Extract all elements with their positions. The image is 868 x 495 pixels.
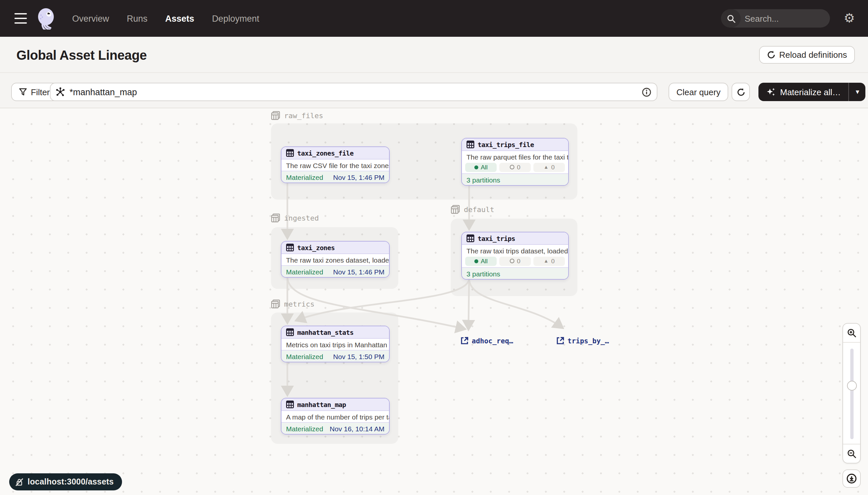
search-icon [721,9,741,28]
nav-links: Overview Runs Assets Deployment [72,0,259,37]
asset-description: Metrics on taxi trips in Manhattan [281,339,389,350]
reload-icon [767,51,775,59]
lineage-toolbar: Filter Clear query Materialize all… [0,73,868,108]
app-window: Overview Runs Assets Deployment / ⚙ Glob… [0,0,868,495]
asset-node-taxi-zones-file[interactable]: taxi_zones_file The raw CSV file for the… [281,147,390,183]
nav-item-deployment[interactable]: Deployment [212,14,259,23]
zoom-slider-handle[interactable] [847,381,857,391]
asset-node-taxi-zones[interactable]: taxi_zones The raw taxi zones dataset, l… [281,241,390,278]
download-image-button[interactable] [843,470,861,488]
status-badge: Materialized [286,424,323,432]
gear-icon[interactable]: ⚙ [844,11,855,25]
zoom-controls [843,323,861,463]
nav-item-runs[interactable]: Runs [127,14,148,23]
table-icon [466,234,474,242]
group-tables-icon [271,300,280,309]
asset-node-manhattan-stats[interactable]: manhattan_stats Metrics on taxi trips in… [281,326,390,362]
page-header: Global Asset Lineage Reload definitions [0,37,868,73]
materialize-all-button[interactable]: Materialize all… [758,83,849,101]
partitions-materialized-badge: All [465,256,497,266]
asset-description: A map of the number of trips per taxi z… [281,411,389,422]
external-link-icon [556,337,564,345]
triangle-icon: ▲ [544,259,548,263]
zoom-in-button[interactable] [843,324,860,342]
ring-icon [510,259,514,263]
asset-description: The raw CSV file for the taxi zones dat… [281,159,389,171]
nav-item-overview[interactable]: Overview [72,14,109,23]
refresh-query-button[interactable] [731,83,750,101]
page-title: Global Asset Lineage [16,48,147,63]
graph-icon [56,87,65,97]
table-icon [286,328,294,336]
zoom-slider[interactable] [843,342,860,444]
partitions-failed-badge: ▲0 [533,163,565,172]
sparkle-icon [766,87,776,97]
asset-description: The raw taxi trips dataset, loaded into … [462,245,568,256]
status-url-text: localhost:3000/assets [28,477,114,487]
reload-definitions-button[interactable]: Reload definitions [759,46,855,64]
group-tables-icon [271,214,280,223]
green-dot-icon [474,259,478,263]
materialization-timestamp: Nov 15, 1:46 PM [333,173,385,181]
partitions-failed-badge: ▲0 [533,256,565,266]
status-badge: Materialized [286,173,323,181]
group-label-raw-files[interactable]: raw_files [271,111,323,120]
table-icon [286,243,294,252]
refresh-icon [737,88,745,96]
asset-node-manhattan-map[interactable]: manhattan_map A map of the number of tri… [281,398,390,434]
group-tables-icon [271,111,280,120]
ring-icon [510,165,514,169]
clear-query-button[interactable]: Clear query [669,83,728,101]
partitions-materialized-badge: All [465,163,497,172]
graph-query-input[interactable] [50,83,657,101]
zoom-slider-track[interactable] [850,348,854,439]
insecure-lock-icon [15,478,24,486]
partition-count: 3 partitions [462,173,568,185]
external-asset-adhoc-request[interactable]: adhoc_req… [461,337,513,345]
asset-node-taxi-trips-file[interactable]: taxi_trips_file The raw parquet files fo… [461,138,569,186]
partitions-missing-badge: 0 [499,256,531,266]
menu-icon[interactable] [14,13,27,24]
triangle-icon: ▲ [544,165,548,169]
dagster-logo-icon[interactable] [35,7,58,30]
partition-health-badges: All 0 ▲0 [462,256,568,267]
info-icon[interactable] [642,87,652,97]
query-text-input[interactable] [65,87,642,97]
partition-count: 3 partitions [462,267,568,279]
global-search[interactable]: / [721,9,830,28]
download-icon [846,473,857,484]
group-label-ingested[interactable]: ingested [271,214,319,223]
asset-description: The raw parquet files for the taxi trips… [462,151,568,162]
top-nav: Overview Runs Assets Deployment / ⚙ [0,0,868,37]
table-icon [286,149,294,157]
asset-node-taxi-trips[interactable]: taxi_trips The raw taxi trips dataset, l… [461,232,569,280]
partitions-missing-badge: 0 [499,163,531,172]
nav-item-assets[interactable]: Assets [165,14,195,23]
partition-health-badges: All 0 ▲0 [462,162,568,173]
green-dot-icon [474,165,478,169]
lineage-canvas[interactable]: raw_files ingested default metrics taxi_… [0,108,868,495]
materialization-timestamp: Nov 16, 10:14 AM [330,424,385,432]
zoom-out-button[interactable] [843,444,860,463]
materialization-timestamp: Nov 15, 1:46 PM [333,268,385,275]
materialize-split-button: Materialize all… ▼ [758,83,866,101]
group-label-metrics[interactable]: metrics [271,300,315,309]
materialize-dropdown-button[interactable]: ▼ [849,83,866,101]
external-link-icon [461,337,468,345]
search-input[interactable] [741,14,830,23]
zoom-in-icon [847,328,856,338]
status-badge: Materialized [286,352,323,360]
status-badge: Materialized [286,268,323,275]
asset-description: The raw taxi zones dataset, loaded int… [281,254,389,265]
chevron-down-icon: ▼ [854,89,861,95]
group-tables-icon [451,205,460,214]
external-asset-trips-by-week[interactable]: trips_by_… [556,337,609,345]
zoom-out-icon [847,449,856,458]
table-icon [466,140,474,148]
funnel-icon [19,88,27,96]
table-icon [286,400,294,408]
group-label-default[interactable]: default [451,205,494,214]
materialization-timestamp: Nov 15, 1:50 PM [333,352,385,360]
browser-status-url: localhost:3000/assets [9,473,122,490]
